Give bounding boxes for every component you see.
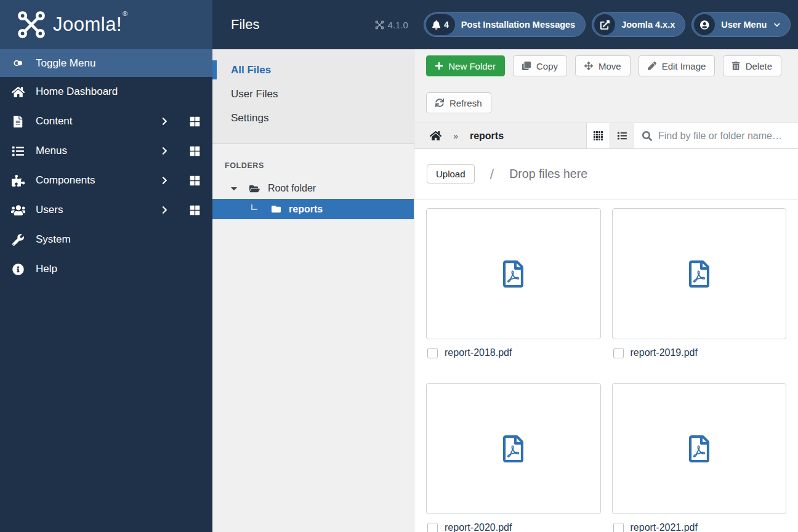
media-main: New Folder Copy Move Edit Image Delete R… [414, 49, 798, 532]
file-meta: report-2018.pdf [426, 347, 601, 358]
sidebar-item-label: Help [36, 263, 204, 275]
chevron-right-icon [162, 147, 167, 155]
toggle-icon [10, 58, 26, 68]
sidebar-item-label: Home Dashboard [36, 86, 204, 98]
sidebar-item-content[interactable]: Content [0, 107, 212, 136]
sidebar-item-home-dashboard[interactable]: Home Dashboard [0, 77, 212, 107]
file-card[interactable] [426, 383, 601, 514]
joomla-version-icon [375, 20, 384, 30]
file-checkbox[interactable] [613, 348, 624, 358]
trademark-symbol: ® [123, 10, 128, 17]
media-sidebar: All Files User Files Settings FOLDERS Ro… [212, 49, 414, 532]
sidebar-item-label: Menus [36, 145, 152, 157]
upload-dropzone[interactable]: Upload / Drop files here [414, 149, 798, 200]
users-dashboard-link[interactable] [190, 205, 200, 216]
upload-button[interactable]: Upload [427, 164, 475, 183]
file-name[interactable]: report-2019.pdf [631, 347, 698, 358]
trash-icon [732, 62, 740, 70]
file-card[interactable] [612, 208, 787, 339]
grid-2x2-icon [190, 116, 200, 127]
search-box [634, 123, 798, 148]
menus-dashboard-link[interactable] [190, 146, 200, 156]
tree-item-root-folder[interactable]: Root folder [212, 178, 414, 199]
file-meta: report-2020.pdf [426, 522, 601, 532]
file-card[interactable] [426, 208, 601, 339]
components-dashboard-link[interactable] [190, 175, 200, 186]
user-menu-label: User Menu [721, 20, 767, 30]
grid-2x2-icon [190, 146, 200, 156]
joomla-website-button[interactable]: Joomla 4.x.x [592, 12, 685, 37]
chevron-right-icon [162, 117, 167, 126]
file-checkbox[interactable] [427, 523, 438, 532]
delete-button[interactable]: Delete [723, 55, 781, 76]
version-text: 4.1.0 [388, 20, 408, 30]
grid-view-button[interactable] [586, 123, 610, 148]
file-name[interactable]: report-2018.pdf [445, 347, 512, 358]
grid-2x2-icon [190, 175, 200, 186]
external-link-icon [600, 20, 610, 30]
sidebar-item-label: Content [36, 115, 152, 127]
notification-badge: 4 [426, 14, 455, 35]
home-icon [430, 131, 441, 141]
sidebar-item-menus[interactable]: Menus [0, 136, 212, 166]
sidebar-item-label: System [36, 233, 204, 246]
media-tab-all-files[interactable]: All Files [212, 58, 414, 82]
list-view-button[interactable] [610, 123, 634, 148]
tree-item-label: Root folder [268, 183, 316, 194]
sidebar-item-label: Users [36, 204, 152, 216]
topbar: Files 4.1.0 4 Post Installation Messages… [212, 0, 798, 49]
file-name[interactable]: report-2021.pdf [631, 522, 698, 532]
sidebar-item-components[interactable]: Components [0, 166, 212, 195]
chevron-right-icon [162, 176, 167, 185]
pencil-icon [648, 62, 656, 70]
file-card[interactable] [612, 383, 787, 514]
pdf-file-icon [503, 260, 523, 288]
sidebar-item-system[interactable]: System [0, 225, 212, 254]
sidebar-item-toggle-menu[interactable]: Toggle Menu [0, 49, 212, 77]
file-checkbox[interactable] [613, 523, 624, 532]
info-circle-icon [10, 264, 26, 275]
media-tab-user-files[interactable]: User Files [212, 82, 414, 106]
logo-wordmark: Joomla!® [53, 14, 127, 36]
file-name[interactable]: report-2020.pdf [445, 522, 512, 532]
sidebar-item-help[interactable]: Help [0, 254, 212, 284]
folder-open-icon [249, 184, 260, 193]
tree-item-reports-selected[interactable]: reports [212, 199, 414, 219]
user-menu-button[interactable]: User Menu [691, 12, 791, 37]
file-meta: report-2021.pdf [612, 522, 787, 532]
users-icon [10, 204, 26, 216]
toolbar: New Folder Copy Move Edit Image Delete R… [414, 49, 798, 123]
move-button[interactable]: Move [575, 55, 631, 76]
move-icon [584, 62, 593, 70]
user-badge [694, 14, 715, 35]
content-dashboard-link[interactable] [190, 116, 200, 127]
caret-down-icon[interactable] [231, 183, 237, 193]
joomla-logo-icon [17, 10, 46, 39]
refresh-button[interactable]: Refresh [426, 92, 491, 113]
media-tab-settings[interactable]: Settings [212, 106, 414, 130]
file-item: report-2021.pdf [612, 383, 787, 532]
breadcrumb: » reports [414, 123, 586, 148]
home-icon [10, 86, 26, 98]
tree-item-label: reports [289, 204, 323, 215]
refresh-icon [435, 99, 444, 107]
new-folder-button[interactable]: New Folder [426, 55, 505, 76]
copy-button[interactable]: Copy [513, 55, 567, 76]
breadcrumb-home-link[interactable] [430, 131, 441, 141]
tree-connector [251, 204, 257, 210]
notification-count: 4 [444, 20, 449, 30]
sidebar-item-label: Components [36, 174, 152, 187]
edit-image-button[interactable]: Edit Image [639, 55, 715, 76]
joomla-logo-link[interactable]: Joomla!® [0, 0, 212, 49]
pdf-file-icon [503, 435, 523, 462]
joomla-version: 4.1.0 [375, 20, 408, 30]
search-input[interactable] [658, 131, 797, 142]
puzzle-icon [10, 175, 26, 187]
sidebar-item-label: Toggle Menu [36, 57, 204, 70]
file-checkbox[interactable] [427, 348, 438, 358]
breadcrumb-bar: » reports [414, 123, 798, 149]
sidebar-item-users[interactable]: Users [0, 195, 212, 225]
post-installation-messages-button[interactable]: 4 Post Installation Messages [424, 12, 586, 37]
file-item: report-2019.pdf [612, 208, 787, 358]
file-item: report-2018.pdf [426, 208, 601, 358]
